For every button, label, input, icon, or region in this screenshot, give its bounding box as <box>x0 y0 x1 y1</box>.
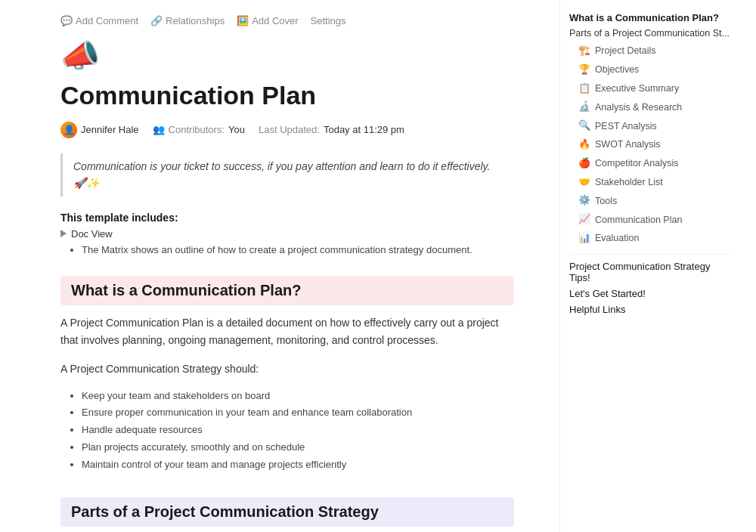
image-icon: 🖼️ <box>237 15 249 26</box>
section-body-1: A Project Communication Plan is a detail… <box>60 314 514 349</box>
author-item: 👤 Jennifer Hale <box>60 122 139 138</box>
section-what-is: What is a Communication Plan? A Project … <box>60 276 514 472</box>
add-comment-button[interactable]: 💬 Add Comment <box>60 15 138 26</box>
sidebar-item-label: Objectives <box>595 62 639 77</box>
sidebar-item-label: Tools <box>595 193 617 209</box>
sidebar-emoji: 📈 <box>578 212 590 227</box>
template-bullet-item: The Matrix shows an outline of how to cr… <box>82 243 514 258</box>
sidebar: What is a Communication Plan? Parts of a… <box>559 0 741 532</box>
sidebar-toc-heading[interactable]: What is a Communication Plan? <box>569 12 732 23</box>
sidebar-emoji: 🔬 <box>578 99 590 115</box>
template-bullets: The Matrix shows an outline of how to cr… <box>60 243 514 258</box>
sidebar-item-label: PEST Analysis <box>595 119 657 134</box>
last-updated-label: Last Updated: <box>259 124 320 135</box>
section-body-2: A Project Communication Strategy should: <box>60 360 514 378</box>
sidebar-emoji: 🔍 <box>578 118 590 134</box>
sidebar-item[interactable]: 🤝Stakeholder List <box>569 173 732 192</box>
contributors-item: 👥 Contributors: You <box>153 124 245 135</box>
sidebar-item[interactable]: 📈Communication Plan <box>569 210 732 229</box>
sidebar-item[interactable]: ⚙️Tools <box>569 191 732 210</box>
quote-block: Communication is your ticket to success,… <box>60 153 514 196</box>
sidebar-item[interactable]: 🏆Objectives <box>569 60 732 79</box>
last-updated-item: Last Updated: Today at 11:29 pm <box>259 124 404 135</box>
author-name: Jennifer Hale <box>81 124 139 135</box>
sidebar-item[interactable]: 🍎Competitor Analysis <box>569 154 732 173</box>
contributors-icon: 👥 <box>153 124 165 135</box>
sidebar-footer-item[interactable]: Helpful Links <box>569 304 732 315</box>
contributors-value: You <box>228 124 245 135</box>
template-heading: This template includes: <box>60 212 178 224</box>
sidebar-item-label: Competitor Analysis <box>595 156 678 171</box>
section-parts: Parts of a Project Communication Strateg… <box>60 497 514 527</box>
bullet-item: Plan projects accurately, smoothly and o… <box>82 440 514 456</box>
bullet-item: Ensure proper communication in your team… <box>82 405 514 421</box>
sidebar-emoji: 🍎 <box>578 156 590 172</box>
sidebar-emoji: 🔥 <box>578 137 590 153</box>
sidebar-items-list: 🏗️Project Details🏆Objectives📋Executive S… <box>569 42 732 248</box>
sidebar-item[interactable]: 🔍PEST Analysis <box>569 116 732 135</box>
page-title: Communication Plan <box>60 80 514 111</box>
sidebar-item-label: Executive Summary <box>595 81 679 96</box>
sidebar-emoji: 📊 <box>578 230 590 246</box>
bullet-item: Keep your team and stakeholders on board <box>82 388 514 404</box>
sidebar-item-label: Project Details <box>595 43 656 58</box>
comment-icon: 💬 <box>60 15 73 26</box>
template-section: This template includes: Doc View The Mat… <box>60 212 514 258</box>
last-updated-value: Today at 11:29 pm <box>324 124 404 135</box>
sidebar-emoji: ⚙️ <box>578 193 590 209</box>
sidebar-parts-heading[interactable]: Parts of a Project Communication St... <box>569 28 732 39</box>
sidebar-item[interactable]: 🏗️Project Details <box>569 42 732 60</box>
sidebar-divider <box>569 254 732 255</box>
doc-view-label: Doc View <box>71 228 113 240</box>
sidebar-item[interactable]: 📊Evaluation <box>569 229 732 248</box>
sidebar-item[interactable]: 📋Executive Summary <box>569 79 732 98</box>
sidebar-footer-item[interactable]: Project Communication Strategy Tips! <box>569 261 732 283</box>
relationships-button[interactable]: 🔗 Relationships <box>150 15 225 26</box>
sidebar-footer-list: Project Communication Strategy Tips!Let'… <box>569 261 732 315</box>
bullet-item: Handle adequate resources <box>82 422 514 438</box>
section-heading-what-is: What is a Communication Plan? <box>60 276 514 305</box>
meta-row: 👤 Jennifer Hale 👥 Contributors: You Last… <box>60 122 514 138</box>
sidebar-emoji: 📋 <box>578 81 590 97</box>
doc-view-row: Doc View <box>60 228 514 240</box>
add-cover-button[interactable]: 🖼️ Add Cover <box>237 15 298 26</box>
triangle-icon <box>60 230 67 237</box>
sidebar-item-label: Communication Plan <box>595 212 682 227</box>
quote-text: Communication is your ticket to success,… <box>73 160 490 189</box>
bullet-item: Maintain control of your team and manage… <box>82 457 514 473</box>
sidebar-item[interactable]: 🔬Analysis & Research <box>569 97 732 116</box>
sidebar-footer-item[interactable]: Let's Get Started! <box>569 288 732 299</box>
settings-button[interactable]: Settings <box>311 15 346 26</box>
sidebar-item[interactable]: 🔥SWOT Analysis <box>569 135 732 154</box>
page-icon: 📣 <box>60 37 514 74</box>
sidebar-item-label: SWOT Analysis <box>595 137 661 152</box>
section-heading-parts: Parts of a Project Communication Strateg… <box>60 497 514 527</box>
section-bullets: Keep your team and stakeholders on board… <box>60 388 514 473</box>
avatar: 👤 <box>60 122 77 138</box>
sidebar-emoji: 🏗️ <box>578 43 590 59</box>
relationships-icon: 🔗 <box>150 15 163 26</box>
sidebar-item-label: Evaluation <box>595 230 639 246</box>
sidebar-emoji: 🏆 <box>578 62 590 78</box>
sidebar-item-label: Analysis & Research <box>595 100 682 115</box>
sidebar-item-label: Stakeholder List <box>595 175 663 190</box>
contributors-label: Contributors: <box>169 124 225 135</box>
toolbar: 💬 Add Comment 🔗 Relationships 🖼️ Add Cov… <box>60 15 514 26</box>
sidebar-emoji: 🤝 <box>578 175 590 190</box>
